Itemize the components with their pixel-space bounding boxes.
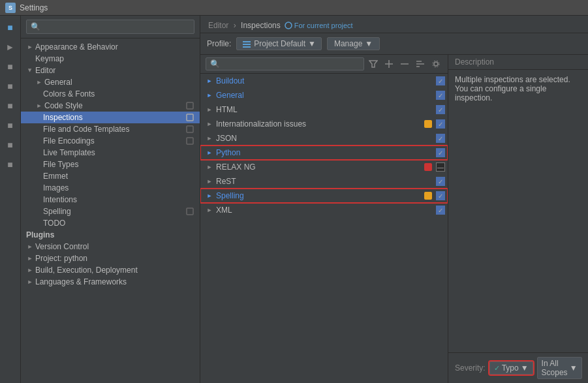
inspection-row-json[interactable]: ► JSON ✓ <box>200 131 448 146</box>
sidebar-item-file-code-templates[interactable]: File and Code Templates <box>21 123 200 135</box>
spelling-badge <box>185 207 194 216</box>
sort-button[interactable] <box>414 57 427 70</box>
sidebar-item-label: Editor <box>35 66 194 75</box>
manage-button[interactable]: Manage ▼ <box>327 37 380 50</box>
arrow-icon: ► <box>203 92 216 99</box>
sidebar-item-keymap[interactable]: Keymap <box>21 53 200 65</box>
sidebar-item-label: Build, Execution, Deployment <box>35 266 194 275</box>
inspection-checkbox[interactable]: ✓ <box>436 177 445 186</box>
sidebar-item-images[interactable]: Images <box>21 182 200 194</box>
description-header: Description <box>448 55 588 70</box>
sidebar-item-emmet[interactable]: Emmet <box>21 170 200 182</box>
sidebar-search-input[interactable] <box>26 20 194 34</box>
expand-button[interactable] <box>382 57 395 70</box>
sidebar-item-label: TODO <box>43 219 194 228</box>
tool-icon-8[interactable]: ■ <box>1 155 20 174</box>
profile-label: Profile: <box>207 39 231 48</box>
inspection-checkbox[interactable]: ✓ <box>436 148 445 157</box>
inspection-row-python[interactable]: ► Python ✓ <box>200 146 448 160</box>
inspection-row-buildout[interactable]: ► Buildout ✓ <box>200 74 448 88</box>
sidebar-item-code-style[interactable]: ► Code Style <box>21 100 200 112</box>
tool-icon-2[interactable]: ► <box>1 38 20 56</box>
severity-label: Severity: <box>455 363 486 373</box>
sidebar-item-label: Keymap <box>35 54 194 63</box>
filter-icon <box>369 59 378 69</box>
svg-rect-3 <box>187 138 193 144</box>
severity-dropdown[interactable]: ✓ Typo ▼ <box>489 361 533 375</box>
window-title: Settings <box>20 3 48 12</box>
tool-icon-6[interactable]: ■ <box>1 116 20 134</box>
inspection-checkbox[interactable]: ✓ <box>436 134 445 143</box>
tool-icon-5[interactable]: ■ <box>1 97 20 115</box>
inspection-row-spelling[interactable]: ► Spelling ✓ <box>200 189 448 203</box>
arrow-icon: ► <box>203 178 216 185</box>
arrow-icon: ► <box>26 278 34 286</box>
inspection-checkbox[interactable]: ✓ <box>436 206 445 215</box>
settings-button[interactable] <box>429 57 442 70</box>
inspection-checkbox[interactable]: — <box>436 162 445 172</box>
project-link-label: For current project <box>294 22 353 29</box>
sidebar-item-appearance[interactable]: ► Appearance & Behavior <box>21 41 200 53</box>
settings-sidebar: ► Appearance & Behavior Keymap ► Editor … <box>21 16 200 383</box>
scope-dropdown-arrow: ▼ <box>570 363 578 373</box>
sidebar-item-label: Appearance & Behavior <box>35 42 194 52</box>
inspection-row-rest[interactable]: ► ReST ✓ <box>200 174 448 189</box>
inspections-badge <box>185 113 194 122</box>
inspections-search-input[interactable] <box>206 57 364 70</box>
svg-rect-0 <box>187 102 193 109</box>
inspection-label: JSON <box>216 134 433 143</box>
sidebar-item-intentions[interactable]: Intentions <box>21 194 200 206</box>
inspection-row-html[interactable]: ► HTML ✓ <box>200 102 448 117</box>
main-header: Editor › Inspections For current project <box>200 16 588 33</box>
arrow-icon: ► <box>35 78 43 86</box>
tool-icon-7[interactable]: ■ <box>1 136 20 154</box>
sidebar-item-label: Project: python <box>35 254 194 263</box>
sidebar-item-live-templates[interactable]: Live Templates <box>21 147 200 159</box>
description-body: Multiple inspections are selected. You c… <box>448 70 588 352</box>
tool-icon-4[interactable]: ■ <box>1 77 20 95</box>
sidebar-item-version-control[interactable]: ► Version Control <box>21 241 200 253</box>
inspections-tree: ► Buildout ✓ ► General ✓ ► HTML ✓ <box>200 74 448 383</box>
sidebar-item-build-exec[interactable]: ► Build, Execution, Deployment <box>21 264 200 276</box>
inspection-checkbox[interactable]: ✓ <box>436 105 445 114</box>
sidebar-item-inspections[interactable]: Inspections <box>21 112 200 123</box>
tool-sidebar: ■ ► ■ ■ ■ ■ ■ ■ <box>0 16 21 383</box>
sidebar-item-languages[interactable]: ► Languages & Frameworks <box>21 276 200 288</box>
sidebar-item-label: Colors & Fonts <box>43 89 194 99</box>
sidebar-item-spelling[interactable]: Spelling <box>21 206 200 217</box>
profile-dropdown-arrow: ▼ <box>308 39 316 48</box>
inspection-row-i18n[interactable]: ► Internationalization issues ✓ <box>200 117 448 131</box>
sidebar-item-label: File and Code Templates <box>43 125 185 134</box>
sidebar-item-colors-fonts[interactable]: Colors & Fonts <box>21 88 200 100</box>
inspection-checkbox[interactable]: ✓ <box>436 191 445 200</box>
tool-icon-1[interactable]: ■ <box>1 18 20 37</box>
arrow-icon: ► <box>203 106 216 113</box>
sidebar-item-file-types[interactable]: File Types <box>21 159 200 170</box>
inspection-checkbox[interactable]: ✓ <box>436 91 445 100</box>
inspection-checkbox[interactable]: ✓ <box>436 76 445 85</box>
sidebar-item-label: General <box>44 78 194 87</box>
svg-marker-9 <box>369 61 377 67</box>
tool-icon-3[interactable]: ■ <box>1 57 20 76</box>
sidebar-item-project-python[interactable]: ► Project: python <box>21 253 200 264</box>
breadcrumb-separator: › <box>234 21 238 30</box>
inspection-row-relax-ng[interactable]: ► RELAX NG — <box>200 160 448 174</box>
sidebar-item-todo[interactable]: TODO <box>21 217 200 229</box>
collapse-button[interactable] <box>398 57 411 70</box>
sidebar-item-general[interactable]: ► General <box>21 76 200 88</box>
sidebar-item-editor[interactable]: ► Editor <box>21 65 200 76</box>
svg-rect-1 <box>187 114 193 121</box>
sidebar-item-plugins[interactable]: Plugins <box>21 229 200 241</box>
sidebar-item-file-encodings[interactable]: File Encodings <box>21 135 200 147</box>
project-link[interactable]: For current project <box>285 22 353 29</box>
arrow-icon: ► <box>26 67 34 74</box>
inspection-row-general[interactable]: ► General ✓ <box>200 88 448 102</box>
profile-dropdown[interactable]: Project Default ▼ <box>236 37 322 50</box>
inspection-checkbox[interactable]: ✓ <box>436 119 445 129</box>
filter-button[interactable] <box>367 57 380 70</box>
breadcrumb: Editor › Inspections <box>208 21 281 30</box>
svg-rect-2 <box>187 126 193 132</box>
scope-dropdown[interactable]: In All Scopes ▼ <box>537 357 582 379</box>
inspection-row-xml[interactable]: ► XML ✓ <box>200 203 448 217</box>
inspections-toolbar <box>200 55 448 74</box>
